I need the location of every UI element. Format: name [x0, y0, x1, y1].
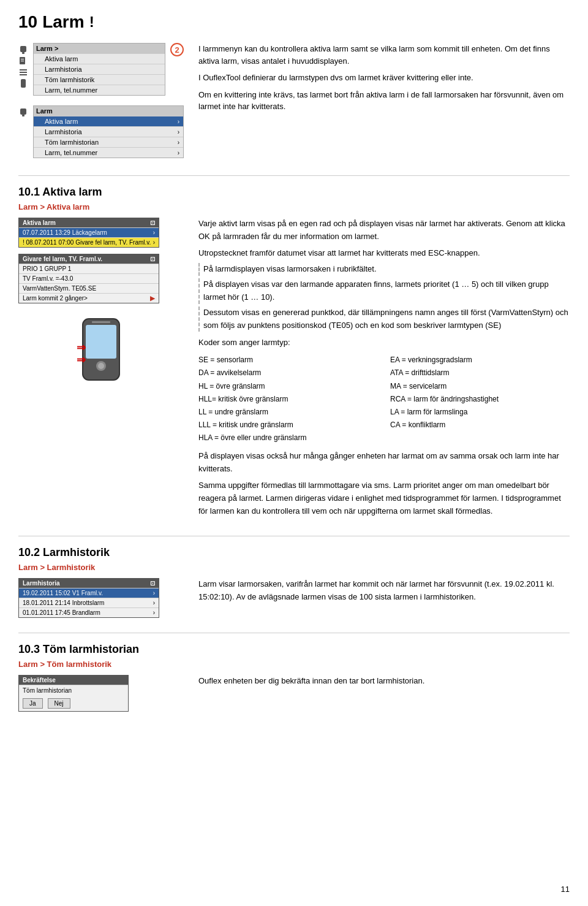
section-10-2-content: Larmhistoria ⊡ 19.02.2011 15:02 V1 Framl… [18, 578, 570, 618]
section1-para5: Dessutom visas en genererad punktkod, dä… [198, 306, 570, 332]
section-10-1-subtitle: Larm > Aktiva larm [18, 202, 570, 211]
menu-item-2-3: Töm larmhistorian › [34, 137, 183, 147]
detail-row-1: PRIO 1 GRUPP 1 [19, 264, 159, 273]
section1-para1: Varje aktivt larm visas på en egen rad o… [198, 218, 570, 243]
svg-rect-12 [86, 325, 116, 359]
code-row-ata: ATA = drifttidslarm [390, 367, 570, 379]
menu-item-2-4: Larm, tel.nummer › [34, 147, 183, 158]
section1-para6: På displayen visas också hur många gånge… [198, 450, 570, 476]
section-10-3-title: 10.3 Töm larmhistorian [18, 643, 570, 656]
svg-text:⇒: ⇒ [77, 354, 86, 366]
code-row-ca: CA = konfliktlarm [390, 419, 570, 431]
menu-item-1-1: Aktiva larm [34, 53, 165, 64]
code-key-se: SE = sensorlarm [198, 354, 260, 366]
list-icon-1 [18, 67, 28, 77]
chapter-number: 10 [18, 12, 37, 32]
section-10-3-subtitle: Larm > Töm larmhistorik [18, 660, 570, 669]
code-table: SE = sensorlarm EA = verkningsgradslarm … [198, 354, 570, 444]
svg-rect-4 [21, 61, 24, 61]
section-10-2: 10.2 Larmhistorik Larm > Larmhistorik La… [18, 546, 570, 618]
intro-right: I larmmenyn kan du kontrollera aktiva la… [198, 43, 570, 163]
section-10-3-left: Bekräftelse Töm larmhistorian Ja Nej [18, 675, 184, 712]
menu-title-2: Larm [36, 107, 53, 115]
svg-rect-8 [21, 79, 26, 88]
section1-para2: Utropstecknet framför datumet visar att … [198, 247, 570, 260]
svg-rect-3 [21, 59, 24, 59]
svg-rect-6 [20, 72, 27, 73]
menu-item-2-1: Aktiva larm › [34, 116, 183, 126]
section-10-2-left: Larmhistoria ⊡ 19.02.2011 15:02 V1 Framl… [18, 578, 184, 618]
detail-row-4: Larm kommit 2 gånger> ▶ [19, 293, 159, 303]
section-10-2-subtitle: Larm > Larmhistorik [18, 563, 570, 572]
code-key-ca: CA = konfliktlarm [390, 419, 451, 431]
confirm-no-button[interactable]: Nej [48, 698, 70, 709]
intro-section: Larm > Aktiva larm Larmhistoria Töm larm… [18, 43, 570, 163]
code-key-ea: EA = verkningsgradslarm [390, 354, 472, 366]
detail-row-2: TV Framl.v. =-43.0 [19, 273, 159, 283]
menu-box-2: Larm Aktiva larm › Larmhistoria › Töm la… [33, 105, 184, 158]
code-row-ll: LL = undre gränslarm [198, 406, 378, 418]
code-row-la: LA = larm för larmslinga [390, 406, 570, 418]
code-row-ma: MA = servicelarm [390, 381, 570, 392]
bell-icon-2 [18, 108, 28, 118]
code-row-ea: EA = verkningsgradslarm [390, 354, 570, 366]
code-key-ma: MA = servicelarm [390, 381, 451, 392]
confirm-yes-button[interactable]: Ja [23, 698, 43, 709]
page-header: 10 Larm ! [18, 12, 570, 32]
menu-box-header-1: Larm > [34, 44, 165, 53]
alarm-screen-title: Aktiva larm [23, 219, 56, 226]
phone-svg: ⇒ ⇒ [74, 316, 129, 383]
doc-icon-1 [18, 56, 28, 66]
history-screen-header: Larmhistoria ⊡ [19, 579, 159, 588]
code-row-hll: HLL= kritisk övre gränslarm [198, 394, 378, 405]
svg-rect-0 [20, 46, 26, 52]
code-row-hla: HLA = övre eller undre gränslarm [198, 432, 378, 444]
intro-left: Larm > Aktiva larm Larmhistoria Töm larm… [18, 43, 184, 163]
svg-rect-1 [22, 52, 24, 54]
section-10-3: 10.3 Töm larmhistorian Larm > Töm larmhi… [18, 643, 570, 712]
confirm-header-text: Bekräftelse [23, 677, 56, 683]
section-10-1-left: Aktiva larm ⊡ 07.07.2011 13:29 Läckagela… [18, 218, 184, 521]
confirm-screen: Bekräftelse Töm larmhistorian Ja Nej [18, 675, 129, 712]
history-header-text: Larmhistoria [23, 580, 60, 587]
alarm-screen-header: Aktiva larm ⊡ [19, 218, 159, 227]
detail-box-container: Givare fel larm, TV. Framl.v. ⊡ PRIO 1 G… [18, 254, 184, 303]
section-10-3-content: Bekräftelse Töm larmhistorian Ja Nej Ouf… [18, 675, 570, 712]
svg-text:⇒: ⇒ [77, 341, 86, 354]
menu-item-1-2: Larmhistoria [34, 64, 165, 74]
section1-para4: På displayen visas var den larmande appa… [198, 278, 570, 304]
code-row-da: DA = avvikelselarm [198, 367, 378, 379]
phone-icon-1 [18, 78, 28, 88]
intro-para3: Om en kvittering inte krävs, tas larmet … [198, 89, 570, 113]
section-10-1-right: Varje aktivt larm visas på en egen rad o… [198, 218, 570, 521]
section-10-1-content: Aktiva larm ⊡ 07.07.2011 13:29 Läckagela… [18, 218, 570, 521]
detail-row-3: VarmVattenStyrn. TE05.SE [19, 283, 159, 293]
svg-rect-9 [20, 108, 26, 115]
section-10-2-right: Larm visar larmorsaken, varifrån larmet … [198, 578, 570, 618]
history-row-1: 19.02.2011 15:02 V1 Framl.v. › [19, 588, 159, 598]
intro-para1: I larmmenyn kan du kontrollera aktiva la… [198, 43, 570, 67]
section-10-1-title: 10.1 Aktiva larm [18, 186, 570, 199]
section3-para1: Ouflex enheten ber dig bekräfta innan de… [198, 675, 570, 688]
code-row-se: SE = sensorlarm [198, 354, 378, 366]
code-key-da: DA = avvikelselarm [198, 367, 261, 379]
detail-box-header: Givare fel larm, TV. Framl.v. ⊡ [19, 254, 159, 264]
codes-title: Koder som anger larmtyp: [198, 337, 570, 349]
svg-rect-10 [22, 115, 24, 116]
section-10-1: 10.1 Aktiva larm Larm > Aktiva larm Akti… [18, 186, 570, 521]
code-row-rca: RCA = larm för ändringshastighet [390, 394, 570, 405]
menu-item-2-2: Larmhistoria › [34, 126, 183, 137]
alarm-row-2: ! 08.07.2011 07:00 Givare fel larm, TV. … [19, 237, 159, 247]
menu-item-1-4: Larm, tel.nummer [34, 85, 165, 95]
history-row-2: 18.01.2011 21:14 Inbrottslarm › [19, 598, 159, 607]
menu-item-1-3: Töm larmhistorik [34, 74, 165, 85]
code-key-rca: RCA = larm för ändringshastighet [390, 394, 499, 405]
code-key-lll: LLL = kritisk undre gränslarm [198, 419, 293, 431]
section1-para3: På larmdisplayen visas larmorsaken i rub… [198, 263, 570, 276]
confirm-header: Bekräftelse [19, 676, 128, 685]
code-key-ll: LL = undre gränslarm [198, 406, 268, 418]
page-number: 11 [561, 885, 570, 894]
section2-para1: Larm visar larmorsaken, varifrån larmet … [198, 578, 570, 604]
chapter-title-text: Larm [42, 12, 84, 32]
menu-box-header-2: Larm [34, 106, 183, 116]
